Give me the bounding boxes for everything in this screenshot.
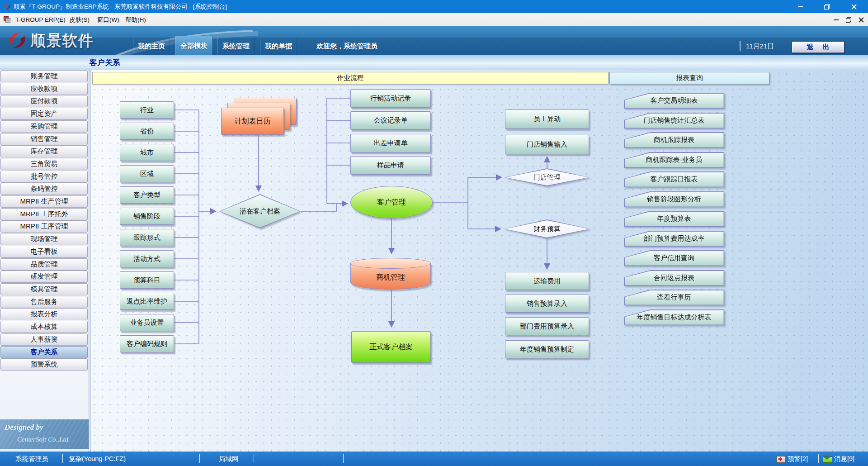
report-item-label: 门店销售统计汇总表 (625, 114, 724, 128)
report-item-7[interactable]: 年度预算表 (624, 211, 724, 227)
sidebar-item-11[interactable]: MRPII 生产管理 (0, 195, 88, 208)
flow-node-formal-customer[interactable]: 正式客户档案 (351, 331, 431, 363)
sidebar-item-22[interactable]: 人事薪资 (0, 333, 88, 346)
menu-window[interactable]: 窗口(W) (95, 13, 121, 26)
report-item-5[interactable]: 客户跟踪日报表 (624, 171, 724, 187)
flow-node-budget[interactable]: 运输费用 (505, 272, 589, 290)
sidebar-item-13[interactable]: MRPII 工序管理 (0, 220, 88, 233)
workflow-section-header: 作业流程 (92, 72, 609, 84)
window-minimize-button[interactable] (790, 0, 811, 13)
report-item-label: 商机跟踪报表 (625, 133, 724, 147)
app-logo-icon (3, 2, 11, 10)
flow-node-config[interactable]: 返点比率维护 (120, 293, 174, 310)
sidebar-item-23[interactable]: 客户关系 (0, 346, 88, 358)
mdi-restore-button[interactable] (843, 14, 854, 25)
report-item-6[interactable]: 销售阶段图形分析 (624, 191, 724, 207)
sidebar-item-8[interactable]: 三角贸易 (0, 158, 88, 170)
minimize-icon (798, 6, 803, 7)
flow-node-finance-budget[interactable]: 财务预算 (504, 219, 590, 238)
report-item-9[interactable]: 客户信用查询 (624, 250, 724, 266)
sidebar-item-20[interactable]: 报表分析 (0, 308, 88, 320)
flow-node-customer-management[interactable]: 客户管理 (350, 186, 433, 219)
flow-canvas (90, 70, 868, 452)
status-messages[interactable]: 消息[9] (834, 452, 854, 466)
flow-node-calendar[interactable]: 计划表日历 (221, 108, 284, 135)
report-item-11[interactable]: 查看行事历 (624, 290, 724, 305)
status-divider (343, 454, 344, 463)
sidebar-item-2[interactable]: 应收款项 (0, 83, 88, 95)
report-item-label: 商机跟踪表-业务员 (625, 153, 724, 167)
menu-skin[interactable]: 皮肤(S) (67, 13, 91, 26)
flow-node-activity[interactable]: 出差申请单 (350, 134, 431, 152)
flow-node-budget[interactable]: 销售预算录入 (505, 295, 589, 313)
flow-node-config[interactable]: 城市 (120, 144, 174, 161)
flow-node-config[interactable]: 区域 (120, 165, 174, 182)
report-item-4[interactable]: 商机跟踪表-业务员 (624, 152, 724, 168)
flow-node-config[interactable]: 业务员设置 (120, 314, 174, 331)
flow-node-store[interactable]: 员工异动 (505, 109, 589, 129)
flow-node-budget[interactable]: 年度销售预算制定 (505, 340, 589, 358)
flow-node-config[interactable]: 活动方式 (120, 250, 174, 267)
flow-node-potential-customer[interactable]: 潜在客户档案 (219, 194, 301, 228)
flow-node-config[interactable]: 省份 (120, 123, 174, 140)
report-item-label: 查看行事历 (625, 290, 724, 305)
sidebar-item-10[interactable]: 条码管控 (0, 183, 88, 195)
sidebar-item-18[interactable]: 模具管理 (0, 283, 88, 295)
flow-node-config[interactable]: 客户编码规则 (120, 335, 174, 352)
report-item-1[interactable]: 客户交易明细表 (624, 93, 724, 109)
menu-help[interactable]: 帮助(H) (123, 13, 148, 26)
tab-system-management[interactable]: 系统管理 (217, 38, 255, 55)
report-item-12[interactable]: 年度销售目标达成分析表 (624, 309, 724, 325)
sidebar-item-9[interactable]: 批号管控 (0, 171, 88, 183)
sidebar-item-21[interactable]: 成本核算 (0, 321, 88, 333)
window-close-button[interactable] (844, 0, 864, 13)
message-icon (823, 456, 832, 463)
sidebar-item-4[interactable]: 固定资产 (0, 108, 88, 120)
status-user: 系统管理员 (15, 452, 48, 466)
report-item-3[interactable]: 商机跟踪报表 (624, 132, 724, 148)
flow-node-opportunity[interactable]: 商机管理 (350, 258, 431, 290)
tab-all-modules[interactable]: 全部模块 (175, 36, 212, 55)
flow-node-store[interactable]: 门店销售输入 (505, 135, 589, 154)
flow-node-activity[interactable]: 行销活动记录 (350, 89, 431, 108)
status-alerts[interactable]: 预警[2] (788, 452, 808, 466)
sidebar-item-1[interactable]: 账务管理 (0, 70, 88, 82)
tab-my-documents[interactable]: 我的单据 (260, 38, 297, 55)
flow-node-config[interactable]: 跟踪形式 (120, 229, 174, 246)
flow-node-config[interactable]: 预算科目 (120, 271, 174, 289)
menu-bar: T-GROUP ERP(E) 皮肤(S) 窗口(W) 帮助(H) (0, 13, 868, 27)
exit-button[interactable]: 退 出 (792, 41, 844, 53)
report-item-8[interactable]: 部门预算费用达成率 (624, 231, 724, 247)
report-item-2[interactable]: 门店销售统计汇总表 (624, 113, 724, 128)
report-item-label: 客户交易明细表 (625, 94, 724, 108)
flow-node-config[interactable]: 客户类型 (120, 186, 174, 204)
flow-node-activity[interactable]: 样品申请 (350, 156, 431, 175)
flow-node-budget[interactable]: 部门费用预算录入 (505, 317, 589, 335)
report-item-10[interactable]: 合同返点报表 (624, 270, 724, 286)
sidebar-item-14[interactable]: 现场管理 (0, 233, 88, 245)
sidebar-item-3[interactable]: 应付款项 (0, 95, 88, 107)
sidebar-item-17[interactable]: 研发管理 (0, 271, 88, 283)
company-credit-text: CenterSoft Co.,Ltd. (17, 436, 70, 443)
tab-my-home[interactable]: 我的主页 (133, 38, 170, 55)
sidebar-item-5[interactable]: 采购管理 (0, 120, 88, 133)
flow-node-store-management-label: 门店管理 (505, 169, 589, 185)
menu-tgroup-erp[interactable]: T-GROUP ERP(E) (14, 13, 67, 26)
sidebar-item-7[interactable]: 库存管理 (0, 145, 88, 157)
sidebar-item-6[interactable]: 销售管理 (0, 133, 88, 145)
sidebar-item-12[interactable]: MRPII 工序托外 (0, 208, 88, 220)
window-restore-button[interactable] (816, 0, 837, 13)
sidebar-item-15[interactable]: 电子看板 (0, 246, 88, 258)
sidebar-item-19[interactable]: 售后服务 (0, 296, 88, 308)
flow-node-config[interactable]: 行业 (120, 101, 174, 119)
flow-node-activity[interactable]: 会议记录单 (350, 111, 431, 130)
mdi-close-button[interactable] (855, 14, 867, 25)
close-icon (851, 4, 857, 10)
mdi-minimize-button[interactable] (830, 14, 842, 25)
flow-node-config[interactable]: 销售阶段 (120, 208, 174, 225)
module-title: 客户关系 (90, 55, 120, 70)
reports-section-header: 报表查询 (609, 72, 769, 84)
flow-node-store-management[interactable]: 门店管理 (505, 168, 590, 186)
sidebar-item-24[interactable]: 预警系统 (0, 358, 88, 371)
sidebar-item-16[interactable]: 品质管理 (0, 258, 88, 271)
